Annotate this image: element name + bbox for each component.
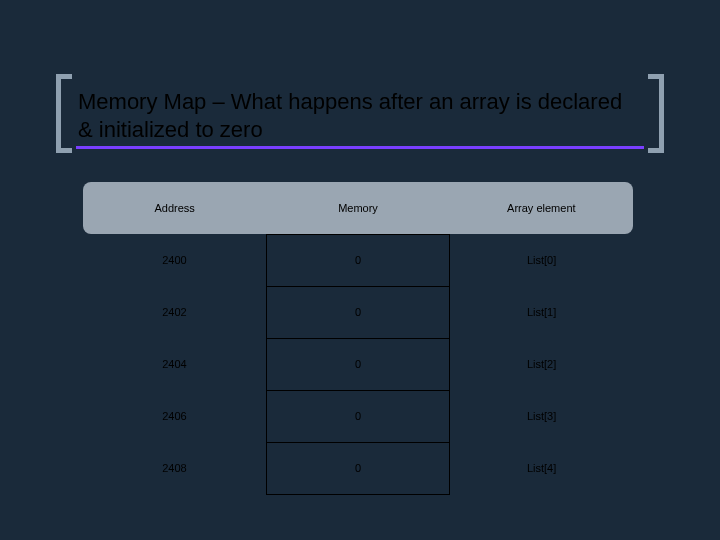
slide-title-text: Memory Map – What happens after an array… bbox=[78, 89, 622, 142]
bracket-left-icon bbox=[56, 74, 72, 153]
col-header-address: Address bbox=[83, 182, 266, 234]
table-row: 2408 0 List[4] bbox=[83, 442, 633, 494]
slide-title: Memory Map – What happens after an array… bbox=[76, 74, 644, 153]
cell-element: List[4] bbox=[450, 442, 633, 494]
title-underline bbox=[76, 146, 644, 149]
cell-address: 2404 bbox=[83, 338, 266, 390]
bracket-right-icon bbox=[648, 74, 664, 153]
col-header-arrayelem: Array element bbox=[450, 182, 633, 234]
memory-map-table-container: Address Memory Array element 2400 0 List… bbox=[83, 182, 633, 495]
cell-memory: 0 bbox=[266, 338, 449, 390]
cell-memory: 0 bbox=[266, 286, 449, 338]
cell-element: List[1] bbox=[450, 286, 633, 338]
cell-element: List[3] bbox=[450, 390, 633, 442]
cell-address: 2406 bbox=[83, 390, 266, 442]
cell-address: 2400 bbox=[83, 234, 266, 286]
col-header-memory: Memory bbox=[266, 182, 449, 234]
cell-memory: 0 bbox=[266, 390, 449, 442]
slide-title-bracket: Memory Map – What happens after an array… bbox=[56, 74, 664, 153]
cell-address: 2402 bbox=[83, 286, 266, 338]
table-row: 2400 0 List[0] bbox=[83, 234, 633, 286]
cell-element: List[2] bbox=[450, 338, 633, 390]
table-row: 2406 0 List[3] bbox=[83, 390, 633, 442]
memory-map-table: Address Memory Array element 2400 0 List… bbox=[83, 182, 633, 495]
cell-address: 2408 bbox=[83, 442, 266, 494]
table-row: 2402 0 List[1] bbox=[83, 286, 633, 338]
cell-memory: 0 bbox=[266, 234, 449, 286]
table-header-row: Address Memory Array element bbox=[83, 182, 633, 234]
table-row: 2404 0 List[2] bbox=[83, 338, 633, 390]
cell-memory: 0 bbox=[266, 442, 449, 494]
cell-element: List[0] bbox=[450, 234, 633, 286]
